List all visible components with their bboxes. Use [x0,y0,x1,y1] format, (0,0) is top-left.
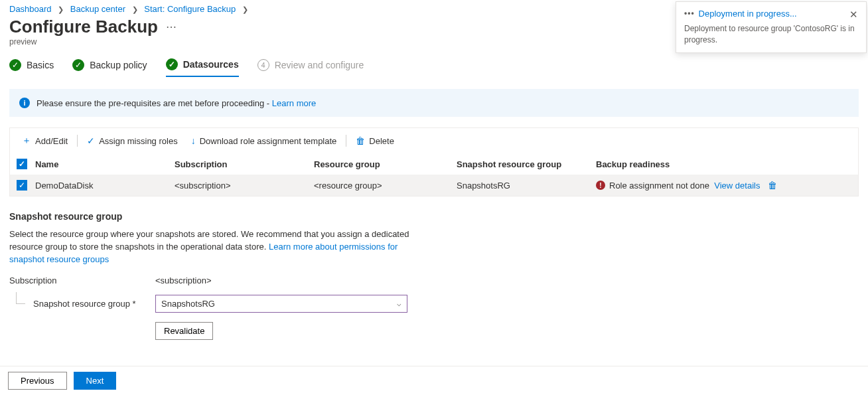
assign-roles-button[interactable]: ✓ Assign missing roles [80,133,184,149]
step-number-icon: 4 [257,59,269,71]
download-icon: ↓ [191,135,196,146]
subscription-label: Subscription [9,276,155,285]
col-header-name[interactable]: Name [35,159,175,169]
snapshot-rg-label: Snapshot resource group * [9,299,155,309]
error-icon: ! [596,181,605,190]
revalidate-button[interactable]: Revalidate [155,322,213,340]
cell-readiness-text: Role assignment not done [609,181,709,191]
download-template-label: Download role assignment template [200,136,337,146]
plus-icon: ＋ [22,135,31,147]
col-header-snapshot-rg[interactable]: Snapshot resource group [457,159,596,169]
section-heading: Snapshot resource group [9,211,859,222]
add-edit-label: Add/Edit [35,136,68,146]
snapshot-rg-label-text: Snapshot resource group * [33,299,136,309]
subscription-value: <subscription> [155,276,212,285]
chevron-right-icon: ❯ [58,5,64,13]
next-button[interactable]: Next [74,372,117,390]
cell-resource-group: <resource group> [314,181,457,191]
toast-body-text: Deployment to resource group 'ContosoRG'… [684,23,858,46]
datasources-table: ✓ Name Subscription Resource group Snaps… [9,153,859,197]
separator [77,135,78,147]
cell-name: DemoDataDisk [35,181,175,191]
tree-connector-icon [16,292,25,304]
delete-button[interactable]: 🗑 Delete [349,133,401,149]
breadcrumb-backup-center[interactable]: Backup center [70,4,125,14]
prerequisites-info: i Please ensure the pre-requisites are m… [9,89,859,117]
chevron-right-icon: ❯ [242,5,248,13]
row-delete-icon[interactable]: 🗑 [768,180,777,191]
check-icon: ✓ [9,59,21,71]
info-learn-more-link[interactable]: Learn more [272,98,316,108]
breadcrumb-start-configure[interactable]: Start: Configure Backup [144,4,236,14]
step-datasources-label: Datasources [183,59,239,70]
col-header-subscription[interactable]: Subscription [175,159,314,169]
wizard-footer: Previous Next [0,366,868,395]
col-header-resource-group[interactable]: Resource group [314,159,457,169]
table-row[interactable]: ✓ DemoDataDisk <subscription> <resource … [10,175,858,196]
check-icon: ✓ [166,58,178,70]
page-title: Configure Backup [9,17,158,37]
download-template-button[interactable]: ↓ Download role assignment template [184,133,344,149]
snapshot-rg-selected-value: SnapshotsRG [161,299,215,309]
breadcrumb-dashboard[interactable]: Dashboard [9,4,52,14]
step-basics[interactable]: ✓ Basics [9,56,54,76]
snapshot-rg-select[interactable]: SnapshotsRG ⌵ [155,295,407,313]
select-all-checkbox[interactable]: ✓ [17,159,27,169]
step-backup-policy-label: Backup policy [90,60,147,70]
row-checkbox[interactable]: ✓ [17,180,27,191]
step-datasources[interactable]: ✓ Datasources [166,56,239,77]
trash-icon: 🗑 [356,135,365,146]
cell-snapshot-rg: SnapshotsRG [457,181,596,191]
step-review-label: Review and configure [275,60,364,70]
check-icon: ✓ [87,135,95,146]
assign-roles-label: Assign missing roles [99,136,178,146]
close-icon[interactable]: ✕ [849,9,858,21]
view-details-link[interactable]: View details [714,181,760,191]
previous-button[interactable]: Previous [8,372,67,390]
delete-label: Delete [369,136,394,146]
step-backup-policy[interactable]: ✓ Backup policy [72,56,147,76]
chevron-right-icon: ❯ [132,5,138,13]
cell-subscription: <subscription> [175,181,314,191]
step-review: 4 Review and configure [257,56,364,76]
deployment-toast: ••• Deployment in progress... ✕ Deployme… [676,1,867,53]
progress-icon: ••• [684,9,695,18]
command-bar: ＋ Add/Edit ✓ Assign missing roles ↓ Down… [9,127,859,153]
more-icon[interactable]: ⋯ [166,21,177,33]
separator [346,135,346,147]
check-icon: ✓ [72,59,84,71]
add-edit-button[interactable]: ＋ Add/Edit [15,132,74,149]
toast-title-link[interactable]: Deployment in progress... [699,9,844,19]
info-text: Please ensure the pre-requisites are met… [36,98,272,108]
wizard-stepper: ✓ Basics ✓ Backup policy ✓ Datasources 4… [0,56,868,77]
col-header-readiness[interactable]: Backup readiness [596,159,851,169]
snapshot-rg-section: Snapshot resource group Select the resou… [9,211,859,340]
info-icon: i [19,98,30,108]
step-basics-label: Basics [27,60,54,70]
chevron-down-icon: ⌵ [397,299,401,308]
table-header-row: ✓ Name Subscription Resource group Snaps… [10,153,858,175]
